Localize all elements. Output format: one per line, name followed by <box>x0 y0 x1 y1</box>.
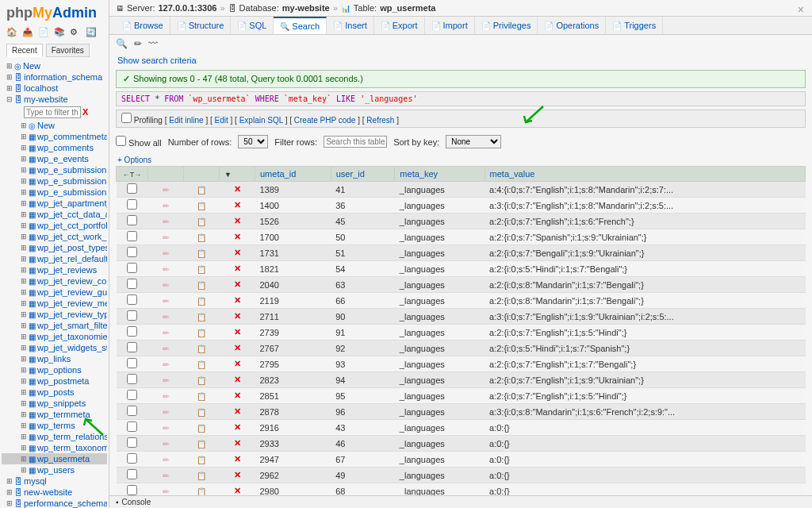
delete-row[interactable] <box>220 341 255 356</box>
edit-row[interactable] <box>148 420 184 436</box>
cell-umeta-id[interactable]: 1700 <box>255 229 331 245</box>
tab-recent[interactable]: Recent <box>6 44 43 57</box>
tree-table-wp_jet_widgets_styles[interactable]: ⊞▦wp_jet_widgets_styles <box>2 342 107 353</box>
cell-umeta-id[interactable]: 2040 <box>255 277 331 293</box>
edit-row[interactable] <box>148 198 184 214</box>
delete-row[interactable] <box>220 214 255 229</box>
row-checkbox[interactable] <box>127 469 137 479</box>
cell-user-id[interactable]: 45 <box>331 214 395 229</box>
tree-db-localhost[interactable]: ⊞🗄localhost <box>2 83 107 94</box>
edit-row[interactable] <box>148 261 184 277</box>
expand-icon[interactable]: ⊞ <box>21 310 27 318</box>
filter-rows-input[interactable] <box>324 136 387 148</box>
col-toggle[interactable]: ←T→ <box>117 167 148 182</box>
expand-icon[interactable]: ⊞ <box>21 388 27 396</box>
copy-row[interactable] <box>184 277 220 293</box>
expand-icon[interactable]: ⊞ <box>21 321 27 329</box>
tab-operations[interactable]: Operations <box>538 17 606 34</box>
tab-search[interactable]: Search <box>274 17 327 34</box>
tree-table-wp_term_relationships[interactable]: ⊞▦wp_term_relationships <box>2 431 107 442</box>
cell-meta-key[interactable]: _languages <box>395 325 485 341</box>
profiling-checkbox[interactable] <box>121 113 132 123</box>
tree-table-wp_usermeta[interactable]: ⊞▦wp_usermeta <box>2 453 107 464</box>
expand-icon[interactable]: ⊞ <box>21 355 27 363</box>
row-checkbox[interactable] <box>127 390 137 400</box>
cell-user-id[interactable]: 94 <box>331 372 395 388</box>
tab-triggers[interactable]: Triggers <box>606 17 663 34</box>
edit-row[interactable] <box>148 245 184 261</box>
cell-umeta-id[interactable]: 2851 <box>255 388 331 404</box>
copy-row[interactable] <box>184 325 220 341</box>
tab-export[interactable]: Export <box>374 17 425 34</box>
cell-user-id[interactable]: 93 <box>331 356 395 372</box>
expand-icon[interactable]: ⊞ <box>21 277 27 285</box>
expand-icon[interactable]: ⊞ <box>21 244 27 252</box>
col-meta-value[interactable]: meta_value <box>485 167 805 182</box>
expand-icon[interactable]: ⊞ <box>21 255 27 263</box>
delete-row[interactable] <box>220 277 255 293</box>
find-replace-icon[interactable] <box>134 38 142 49</box>
tree-table-wp_jet_cct_portfolio[interactable]: ⊞▦wp_jet_cct_portfolio <box>2 220 107 231</box>
edit-row[interactable] <box>148 436 184 452</box>
cell-meta-value[interactable]: a:0:{} <box>485 452 805 468</box>
reload-icon[interactable] <box>86 27 97 38</box>
row-checkbox[interactable] <box>127 374 137 384</box>
cell-umeta-id[interactable]: 2980 <box>255 483 331 496</box>
tree-table-wp_jet_cct_data_art[interactable]: ⊞▦wp_jet_cct_data_art <box>2 209 107 220</box>
delete-row[interactable] <box>220 372 255 388</box>
tree-table-wp_jet_cct_work_experience[interactable]: ⊞▦wp_jet_cct_work_experience <box>2 231 107 242</box>
cell-meta-value[interactable]: a:0:{} <box>485 420 805 436</box>
tree-table-wp_termmeta[interactable]: ⊞▦wp_termmeta <box>2 409 107 420</box>
cell-meta-value[interactable]: a:2:{i:0;s:7:"English";i:1;s:9:"Ukrainia… <box>485 372 805 388</box>
tree-db-performance_schema[interactable]: ⊞🗄performance_schema <box>2 498 107 508</box>
tree-table-wp_e_submissions[interactable]: ⊞▦wp_e_submissions <box>2 164 107 175</box>
cell-umeta-id[interactable]: 1389 <box>255 182 331 198</box>
cell-umeta-id[interactable]: 2739 <box>255 325 331 341</box>
tree-table-wp_links[interactable]: ⊞▦wp_links <box>2 353 107 364</box>
cell-user-id[interactable]: 50 <box>331 229 395 245</box>
expand-icon[interactable]: ⊞ <box>21 155 27 163</box>
cell-meta-value[interactable]: a:2:{i:0;s:7:"Bengali";i:1;s:9:"Ukrainia… <box>485 245 805 261</box>
cell-user-id[interactable]: 66 <box>331 293 395 309</box>
delete-row[interactable] <box>220 293 255 309</box>
cell-umeta-id[interactable]: 2795 <box>255 356 331 372</box>
console-bar[interactable]: ▪ Console <box>109 495 812 508</box>
copy-row[interactable] <box>184 468 220 483</box>
cell-user-id[interactable]: 54 <box>331 261 395 277</box>
copy-row[interactable] <box>184 261 220 277</box>
cell-meta-value[interactable]: a:3:{i:0;s:7:"English";i:1;s:8:"Mandarin… <box>485 198 805 214</box>
delete-row[interactable] <box>220 356 255 372</box>
tree-table-wp_comments[interactable]: ⊞▦wp_comments <box>2 142 107 153</box>
row-checkbox[interactable] <box>127 406 137 416</box>
tree-table-wp_jet_apartment_units[interactable]: ⊞▦wp_jet_apartment_units <box>2 198 107 209</box>
logout-icon[interactable] <box>22 27 33 38</box>
tree-db-new-website[interactable]: ⊞🗄new-website <box>2 487 107 498</box>
expand-icon[interactable]: ⊞ <box>21 455 27 463</box>
cell-meta-value[interactable]: a:0:{} <box>485 436 805 452</box>
edit-row[interactable] <box>148 356 184 372</box>
expand-icon[interactable]: ⊞ <box>21 144 27 152</box>
tree-table-wp_posts[interactable]: ⊞▦wp_posts <box>2 387 107 398</box>
tab-import[interactable]: Import <box>425 17 475 34</box>
cell-user-id[interactable]: 41 <box>331 182 395 198</box>
delete-row[interactable] <box>220 261 255 277</box>
cell-umeta-id[interactable]: 2916 <box>255 420 331 436</box>
tab-privileges[interactable]: Privileges <box>475 17 538 34</box>
filter-tables-input[interactable] <box>24 106 81 118</box>
tree-table-wp_snippets[interactable]: ⊞▦wp_snippets <box>2 398 107 409</box>
copy-row[interactable] <box>184 229 220 245</box>
row-checkbox[interactable] <box>127 358 137 368</box>
expand-icon[interactable]: ⊞ <box>21 133 27 140</box>
expand-icon[interactable]: ⊞ <box>21 199 27 207</box>
cell-umeta-id[interactable]: 1731 <box>255 245 331 261</box>
expand-icon[interactable]: ⊞ <box>6 499 13 507</box>
cell-meta-key[interactable]: _languages <box>395 452 485 468</box>
tree-table-wp_postmeta[interactable]: ⊞▦wp_postmeta <box>2 375 107 387</box>
cell-meta-value[interactable]: a:2:{i:0;s:7:"English";i:1;s:5:"Hindi";} <box>485 388 805 404</box>
tree-table-wp_e_events[interactable]: ⊞▦wp_e_events <box>2 153 107 164</box>
expand-icon[interactable]: ⊞ <box>21 344 27 352</box>
cell-meta-key[interactable]: _languages <box>395 356 485 372</box>
delete-row[interactable] <box>220 388 255 404</box>
expand-icon[interactable]: ⊟ <box>6 95 13 103</box>
cell-meta-value[interactable]: a:2:{i:0;s:7:"Spanish";i:1;s:9:"Ukrainia… <box>485 229 805 245</box>
